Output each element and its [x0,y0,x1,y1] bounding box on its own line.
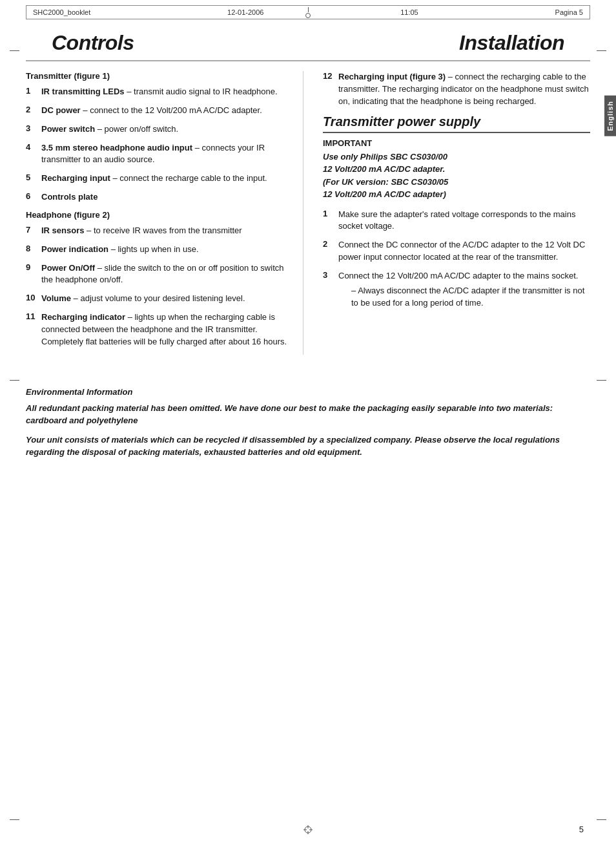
item-number: 1 [323,209,334,218]
list-item: 4 3.5 mm stereo headphone audio input – … [26,142,293,167]
item-content: Recharging indicator – lights up when th… [41,311,293,348]
item-number: 1 [26,86,37,96]
list-item: 2 DC power – connect to the 12 Volt/200 … [26,105,293,117]
list-item: 11 Recharging indicator – lights up when… [26,311,293,348]
sub-bullet: Always disconnect the AC/DC adapter if t… [338,285,590,310]
list-item: 3 Power switch – power on/off switch. [26,123,293,136]
right-bottom-mark [597,819,606,820]
list-item: 3 Connect the 12 Volt/200 mA AC/DC adapt… [323,270,590,310]
left-mid-mark [10,380,19,381]
item-number: 8 [26,244,37,253]
item-content: Volume – adjust volume to your desired l… [41,293,245,305]
list-item: 12 Recharging input (figure 3) – connect… [323,71,590,108]
item-number: 9 [26,262,37,272]
item-number: 6 [26,191,37,201]
page-number: 5 [579,825,584,834]
header-bar: SHC2000_booklet 12-01-2006 11:05 Pagina … [26,5,590,19]
title-installation: Installation [459,31,564,55]
header-time: 11:05 [400,8,418,16]
item-content: Connect the 12 Volt/200 mA AC/DC adapter… [338,270,590,310]
item-number: 3 [323,270,334,280]
left-column: Transmitter (figure 1) 1 IR transmitting… [26,71,303,355]
item-content: IR transmitting LEDs – transmit audio si… [41,86,278,98]
list-item: 7 IR sensors – to receive IR waves from … [26,225,293,237]
list-item: 1 Make sure the adapter's rated voltage … [323,209,590,233]
important-text: Use only Philips SBC CS030/00 12 Volt/20… [323,151,590,201]
item-content: Connect the DC connector of the AC/DC ad… [338,239,590,264]
item-content: Controls plate [41,191,98,204]
item-content: Power switch – power on/off switch. [41,123,178,136]
bottom-crosshair [303,825,313,834]
list-item: 2 Connect the DC connector of the AC/DC … [323,239,590,264]
right-mid-mark [597,380,606,381]
item-content: Recharging input – connect the recharge … [41,173,267,185]
list-item: 5 Recharging input – connect the recharg… [26,173,293,185]
item-number: 12 [323,71,334,81]
left-bottom-mark [10,819,19,820]
env-info-text1: All redundant packing material has been … [26,402,590,427]
item-content: Make sure the adapter's rated voltage co… [338,209,590,233]
right-edge-mark [597,50,606,51]
item-content: Power On/Off – slide the switch to the o… [41,262,293,287]
header-page-label: Pagina 5 [555,8,583,16]
item-content: DC power – connect to the 12 Volt/200 mA… [41,105,262,117]
section1-heading: Transmitter (figure 1) [26,71,293,81]
right-column: 12 Recharging input (figure 3) – connect… [316,71,590,355]
item-number: 11 [26,311,37,321]
footer-area: Environmental Information All redundant … [0,368,616,478]
item-number: 3 [26,123,37,133]
item-content: 3.5 mm stereo headphone audio input – co… [41,142,293,167]
page-container: SHC2000_booklet 12-01-2006 11:05 Pagina … [0,5,616,842]
item-number: 2 [26,105,37,114]
item-number: 5 [26,173,37,182]
item-content: Power indication – lights up when in use… [41,244,199,256]
item-content: Recharging input (figure 3) – connect th… [338,71,590,108]
crosshair-icon [303,825,313,834]
section2-heading: Headphone (figure 2) [26,210,293,220]
header-date: 12-01-2006 [227,8,263,16]
env-info-text2: Your unit consists of materials which ca… [26,434,590,459]
list-item: 9 Power On/Off – slide the switch to the… [26,262,293,287]
list-item: 10 Volume – adjust volume to your desire… [26,293,293,305]
header-filename: SHC2000_booklet [33,8,90,16]
list-item: 1 IR transmitting LEDs – transmit audio … [26,86,293,98]
content-area: Transmitter (figure 1) 1 IR transmitting… [0,61,616,355]
item-content: IR sensors – to receive IR waves from th… [41,225,242,237]
env-info-title: Environmental Information [26,387,590,397]
power-supply-heading: Transmitter power supply [323,114,590,133]
list-item: 6 Controls plate [26,191,293,204]
item-number: 2 [323,239,334,249]
title-row: Controls Installation [26,19,590,61]
important-label: IMPORTANT [323,138,590,148]
item-number: 7 [26,225,37,235]
item-number: 4 [26,142,37,152]
item-number: 10 [26,293,37,302]
title-controls: Controls [52,31,134,55]
header-center-mark [305,7,311,18]
left-edge-mark [10,50,19,51]
list-item: 8 Power indication – lights up when in u… [26,244,293,256]
